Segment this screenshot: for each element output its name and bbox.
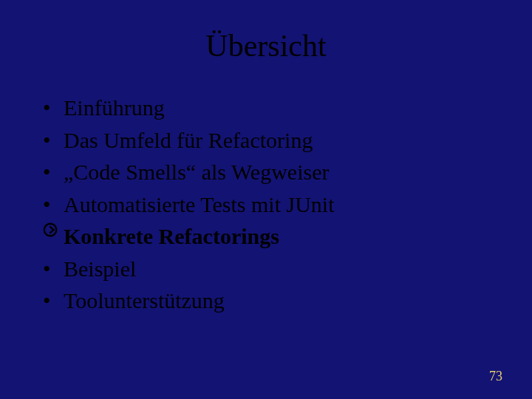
- bullet-text: Das Umfeld für Refactoring: [64, 124, 495, 157]
- bullet-marker: •: [43, 253, 64, 285]
- list-item: • Einführung: [43, 92, 495, 124]
- bullet-text: Einführung: [64, 92, 495, 124]
- bullet-marker: •: [43, 156, 64, 188]
- bullet-text: Automatisierte Tests mit JUnit: [64, 188, 495, 221]
- bullet-marker: •: [43, 124, 64, 157]
- list-item-current: Konkrete Refactorings: [43, 220, 495, 253]
- bullet-text: Konkrete Refactorings: [64, 220, 495, 253]
- bullet-text: „Code Smells“ als Wegweiser: [64, 156, 495, 188]
- agenda-list: • Einführung • Das Umfeld für Refactorin…: [37, 92, 495, 317]
- list-item: • Automatisierte Tests mit JUnit: [43, 188, 495, 221]
- list-item: • „Code Smells“ als Wegweiser: [43, 156, 495, 188]
- list-item: • Beispiel: [43, 253, 495, 285]
- bullet-marker: •: [43, 188, 64, 221]
- page-number: 73: [489, 369, 502, 384]
- arrow-icon: [43, 222, 64, 238]
- bullet-marker: •: [43, 284, 64, 317]
- slide-container: Übersicht • Einführung • Das Umfeld für …: [0, 0, 532, 399]
- bullet-text: Beispiel: [64, 253, 495, 285]
- bullet-text: Toolunterstützung: [64, 284, 495, 317]
- list-item: • Toolunterstützung: [43, 284, 495, 317]
- list-item: • Das Umfeld für Refactoring: [43, 124, 495, 157]
- slide-title: Übersicht: [37, 28, 495, 64]
- bullet-marker: •: [43, 92, 64, 124]
